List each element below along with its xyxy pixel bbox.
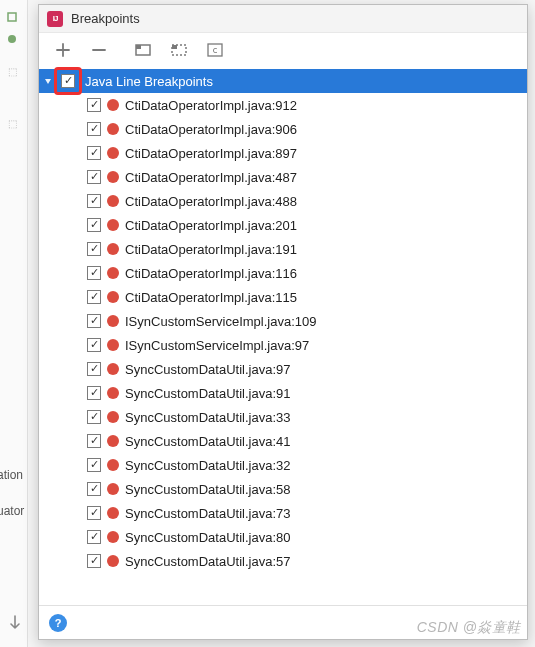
breakpoint-checkbox[interactable] [87,314,101,328]
breakpoint-dot-icon [107,555,119,567]
breakpoint-row[interactable]: CtiDataOperatorImpl.java:487 [39,165,527,189]
breakpoint-label: CtiDataOperatorImpl.java:191 [125,242,297,257]
breakpoint-row[interactable]: ISynCustomServiceImpl.java:97 [39,333,527,357]
breakpoint-dot-icon [107,507,119,519]
breakpoint-list: CtiDataOperatorImpl.java:912CtiDataOpera… [39,93,527,573]
breakpoint-row[interactable]: SyncCustomDataUtil.java:33 [39,405,527,429]
breakpoint-row[interactable]: SyncCustomDataUtil.java:57 [39,549,527,573]
window-title: Breakpoints [71,11,140,26]
breakpoint-checkbox[interactable] [87,170,101,184]
breakpoint-checkbox[interactable] [87,530,101,544]
gutter-marker: ⬚ [0,112,24,134]
breakpoints-popup: IJ Breakpoints c Java Line Break [38,4,528,640]
breakpoint-dot-icon [107,243,119,255]
breakpoint-dot-icon [107,387,119,399]
breakpoint-dot-icon [107,315,119,327]
breakpoint-dot-icon [107,219,119,231]
breakpoint-checkbox[interactable] [87,482,101,496]
breakpoint-label: SyncCustomDataUtil.java:33 [125,410,290,425]
breakpoint-label: ISynCustomServiceImpl.java:97 [125,338,309,353]
breakpoint-checkbox[interactable] [87,362,101,376]
breakpoint-checkbox[interactable] [87,98,101,112]
breakpoint-row[interactable]: ISynCustomServiceImpl.java:109 [39,309,527,333]
breakpoint-label: SyncCustomDataUtil.java:73 [125,506,290,521]
group-by-package-button[interactable] [133,40,153,60]
breakpoint-label: CtiDataOperatorImpl.java:201 [125,218,297,233]
toolbar: c [39,33,527,67]
breakpoint-dot-icon [107,363,119,375]
breakpoint-checkbox[interactable] [87,242,101,256]
breakpoints-tree: Java Line Breakpoints CtiDataOperatorImp… [39,67,527,605]
side-text: ation [0,468,23,482]
breakpoint-row[interactable]: SyncCustomDataUtil.java:58 [39,477,527,501]
breakpoint-label: SyncCustomDataUtil.java:41 [125,434,290,449]
breakpoint-checkbox[interactable] [87,458,101,472]
breakpoint-checkbox[interactable] [87,338,101,352]
expand-arrow-icon[interactable] [41,74,55,88]
breakpoint-label: SyncCustomDataUtil.java:57 [125,554,290,569]
group-by-file-button[interactable] [169,40,189,60]
breakpoint-row[interactable]: SyncCustomDataUtil.java:91 [39,381,527,405]
svg-rect-0 [8,13,16,21]
breakpoint-row[interactable]: SyncCustomDataUtil.java:32 [39,453,527,477]
breakpoint-checkbox[interactable] [87,194,101,208]
breakpoint-dot-icon [107,123,119,135]
tree-root-row[interactable]: Java Line Breakpoints [39,69,527,93]
group-by-class-button[interactable]: c [205,40,225,60]
side-text: uator [0,504,24,518]
breakpoint-checkbox[interactable] [87,434,101,448]
breakpoint-row[interactable]: CtiDataOperatorImpl.java:912 [39,93,527,117]
breakpoint-checkbox[interactable] [87,554,101,568]
breakpoint-dot-icon [107,411,119,423]
breakpoint-dot-icon [107,99,119,111]
breakpoint-checkbox[interactable] [87,506,101,520]
breakpoint-checkbox[interactable] [87,266,101,280]
breakpoint-checkbox[interactable] [87,290,101,304]
breakpoint-checkbox[interactable] [87,410,101,424]
breakpoint-dot-icon [107,459,119,471]
breakpoint-dot-icon [107,435,119,447]
breakpoint-label: CtiDataOperatorImpl.java:912 [125,98,297,113]
breakpoint-label: SyncCustomDataUtil.java:80 [125,530,290,545]
gutter-marker: ⬚ [0,60,24,82]
titlebar: IJ Breakpoints [39,5,527,33]
root-label: Java Line Breakpoints [85,74,213,89]
breakpoint-label: SyncCustomDataUtil.java:97 [125,362,290,377]
add-button[interactable] [53,40,73,60]
breakpoint-row[interactable]: SyncCustomDataUtil.java:41 [39,429,527,453]
breakpoint-checkbox[interactable] [87,218,101,232]
root-checkbox-container [59,72,77,90]
breakpoint-checkbox[interactable] [87,386,101,400]
breakpoint-row[interactable]: CtiDataOperatorImpl.java:488 [39,189,527,213]
breakpoint-row[interactable]: CtiDataOperatorImpl.java:897 [39,141,527,165]
breakpoint-row[interactable]: CtiDataOperatorImpl.java:116 [39,261,527,285]
breakpoint-row[interactable]: CtiDataOperatorImpl.java:201 [39,213,527,237]
breakpoint-label: SyncCustomDataUtil.java:91 [125,386,290,401]
scroll-down-icon[interactable] [8,614,22,633]
svg-text:c: c [212,45,217,55]
svg-rect-5 [172,45,177,49]
breakpoint-label: CtiDataOperatorImpl.java:116 [125,266,297,281]
svg-rect-3 [136,45,141,49]
breakpoint-row[interactable]: CtiDataOperatorImpl.java:115 [39,285,527,309]
root-checkbox[interactable] [61,74,75,88]
breakpoint-row[interactable]: SyncCustomDataUtil.java:73 [39,501,527,525]
svg-point-1 [8,35,16,43]
breakpoint-checkbox[interactable] [87,122,101,136]
breakpoint-label: CtiDataOperatorImpl.java:115 [125,290,297,305]
breakpoint-dot-icon [107,195,119,207]
breakpoint-row[interactable]: CtiDataOperatorImpl.java:906 [39,117,527,141]
gutter-marker [0,6,24,28]
breakpoint-label: SyncCustomDataUtil.java:32 [125,458,290,473]
breakpoint-dot-icon [107,531,119,543]
breakpoint-label: CtiDataOperatorImpl.java:906 [125,122,297,137]
breakpoint-row[interactable]: SyncCustomDataUtil.java:97 [39,357,527,381]
breakpoint-row[interactable]: SyncCustomDataUtil.java:80 [39,525,527,549]
breakpoint-row[interactable]: CtiDataOperatorImpl.java:191 [39,237,527,261]
breakpoint-checkbox[interactable] [87,146,101,160]
remove-button[interactable] [89,40,109,60]
breakpoint-label: CtiDataOperatorImpl.java:897 [125,146,297,161]
help-button[interactable]: ? [49,614,67,632]
breakpoint-dot-icon [107,147,119,159]
gutter-marker [0,28,24,50]
